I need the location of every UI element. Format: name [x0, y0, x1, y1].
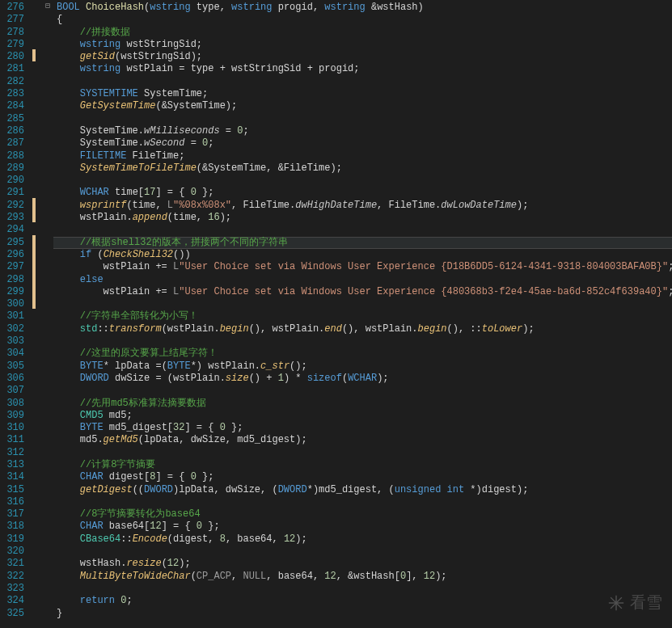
code-line[interactable]: std::transform(wstPlain.begin(), wstPlai…: [53, 323, 672, 335]
fold-toggle[interactable]: [42, 272, 53, 284]
code-line[interactable]: md5.getMd5(lpData, dwSize, md5_digest);: [53, 434, 672, 446]
fold-toggle[interactable]: [42, 420, 53, 432]
code-line[interactable]: {: [53, 14, 672, 26]
code-line[interactable]: SystemTime.wSecond = 0;: [53, 137, 672, 150]
code-line[interactable]: [53, 224, 672, 236]
code-line[interactable]: [53, 583, 672, 595]
code-line[interactable]: //先用md5标准算法摘要数据: [53, 398, 672, 410]
fold-toggle[interactable]: [42, 235, 53, 247]
code-line[interactable]: wstring wstStringSid;: [53, 39, 672, 51]
fold-toggle[interactable]: [42, 37, 53, 49]
code-line[interactable]: SystemTimeToFileTime(&SystemTime, &FileT…: [53, 162, 672, 175]
fold-toggle[interactable]: [42, 259, 53, 272]
code-line[interactable]: MultiByteToWideChar(CP_ACP, NULL, base64…: [53, 571, 672, 583]
fold-toggle[interactable]: [42, 383, 53, 395]
code-line[interactable]: wstHash.resize(12);: [53, 558, 672, 570]
fold-toggle[interactable]: [42, 408, 53, 420]
fold-toggle[interactable]: [42, 99, 53, 111]
code-line[interactable]: else: [53, 274, 672, 286]
fold-toggle[interactable]: [42, 112, 53, 124]
code-line[interactable]: BOOL ChoiceHash(wstring type, wstring pr…: [53, 2, 672, 14]
code-line[interactable]: //根据shell32的版本，拼接两个不同的字符串: [53, 237, 672, 249]
fold-toggle[interactable]: [42, 445, 53, 457]
code-line[interactable]: [53, 335, 672, 348]
fold-toggle[interactable]: [42, 136, 53, 148]
fold-toggle[interactable]: [42, 25, 53, 37]
code-line[interactable]: FILETIME FileTime;: [53, 150, 672, 162]
code-line[interactable]: //计算8字节摘要: [53, 459, 672, 471]
code-editor[interactable]: 2762772782792802812822832842852862872882…: [0, 0, 672, 628]
code-line[interactable]: getSid(wstStringSid);: [53, 51, 672, 63]
fold-toggle[interactable]: [42, 483, 53, 495]
code-line[interactable]: BYTE* lpData =(BYTE*) wstPlain.c_str();: [53, 360, 672, 373]
code-line[interactable]: wsprintf(time, L"%08x%08x", FileTime.dwH…: [53, 200, 672, 212]
code-line[interactable]: [53, 496, 672, 508]
code-line[interactable]: [53, 298, 672, 310]
fold-toggle[interactable]: ⊟: [42, 0, 53, 12]
code-line[interactable]: getDigest((DWORD)lpData, dwSize, (DWORD*…: [53, 484, 672, 496]
code-line[interactable]: [53, 175, 672, 187]
code-line[interactable]: wstPlain += L"User Choice set via Window…: [53, 261, 672, 273]
fold-toggle[interactable]: [42, 396, 53, 408]
fold-toggle[interactable]: [42, 210, 53, 222]
code-line[interactable]: return 0;: [53, 595, 672, 607]
code-line[interactable]: if (CheckShell32()): [53, 249, 672, 261]
fold-toggle[interactable]: [42, 334, 53, 346]
fold-toggle[interactable]: [42, 457, 53, 470]
fold-toggle[interactable]: [42, 507, 53, 519]
fold-toggle[interactable]: [42, 346, 53, 358]
code-line[interactable]: [53, 76, 672, 88]
fold-toggle[interactable]: [42, 12, 53, 24]
fold-toggle[interactable]: [42, 247, 53, 259]
code-line[interactable]: DWORD dwSize = (wstPlain.size() + 1) * s…: [53, 373, 672, 385]
fold-toggle[interactable]: [42, 297, 53, 309]
code-line[interactable]: CMD5 md5;: [53, 410, 672, 422]
fold-toggle[interactable]: [42, 432, 53, 445]
fold-toggle[interactable]: [42, 61, 53, 74]
code-line[interactable]: SystemTime.wMilliseconds = 0;: [53, 125, 672, 137]
fold-toggle[interactable]: [42, 519, 53, 531]
fold-toggle[interactable]: [42, 86, 53, 99]
code-line[interactable]: wstPlain += L"User Choice set via Window…: [53, 286, 672, 298]
code-line[interactable]: [53, 447, 672, 459]
fold-toggle[interactable]: [42, 284, 53, 297]
code-line[interactable]: SYSTEMTIME SystemTime;: [53, 88, 672, 100]
fold-toggle[interactable]: [42, 322, 53, 334]
fold-toggle[interactable]: [42, 544, 53, 556]
code-line[interactable]: GetSystemTime(&SystemTime);: [53, 100, 672, 112]
fold-toggle[interactable]: [42, 309, 53, 321]
code-line[interactable]: //拼接数据: [53, 27, 672, 39]
code-line[interactable]: //这里的原文要算上结尾字符！: [53, 348, 672, 360]
code-line[interactable]: WCHAR time[17] = { 0 };: [53, 187, 672, 199]
fold-toggle[interactable]: [42, 532, 53, 544]
code-line[interactable]: CHAR digest[8] = { 0 };: [53, 471, 672, 483]
fold-toggle[interactable]: [42, 49, 53, 61]
code-line[interactable]: BYTE md5_digest[32] = { 0 };: [53, 422, 672, 434]
code-line[interactable]: wstPlain.append(time, 16);: [53, 212, 672, 224]
code-line[interactable]: [53, 385, 672, 397]
fold-toggle[interactable]: [42, 569, 53, 581]
fold-toggle[interactable]: [42, 606, 53, 618]
fold-toggle[interactable]: [42, 185, 53, 197]
fold-column[interactable]: ⊟: [42, 0, 53, 628]
code-line[interactable]: //8字节摘要转化为base64: [53, 508, 672, 521]
fold-toggle[interactable]: [42, 74, 53, 86]
code-area[interactable]: BOOL ChoiceHash(wstring type, wstring pr…: [53, 0, 672, 628]
fold-toggle[interactable]: [42, 161, 53, 173]
fold-toggle[interactable]: [42, 470, 53, 482]
fold-toggle[interactable]: [42, 495, 53, 507]
fold-toggle[interactable]: [42, 198, 53, 210]
fold-toggle[interactable]: [42, 556, 53, 568]
fold-toggle[interactable]: [42, 581, 53, 593]
fold-toggle[interactable]: [42, 149, 53, 161]
code-line[interactable]: }: [53, 608, 672, 620]
fold-toggle[interactable]: [42, 173, 53, 185]
fold-toggle[interactable]: [42, 124, 53, 136]
fold-toggle[interactable]: [42, 593, 53, 605]
code-line[interactable]: CBase64::Encode(digest, 8, base64, 12);: [53, 533, 672, 546]
code-line[interactable]: //字符串全部转化为小写！: [53, 310, 672, 322]
code-line[interactable]: [53, 113, 672, 125]
code-line[interactable]: CHAR base64[12] = { 0 };: [53, 521, 672, 533]
code-line[interactable]: [53, 546, 672, 558]
fold-toggle[interactable]: [42, 222, 53, 234]
